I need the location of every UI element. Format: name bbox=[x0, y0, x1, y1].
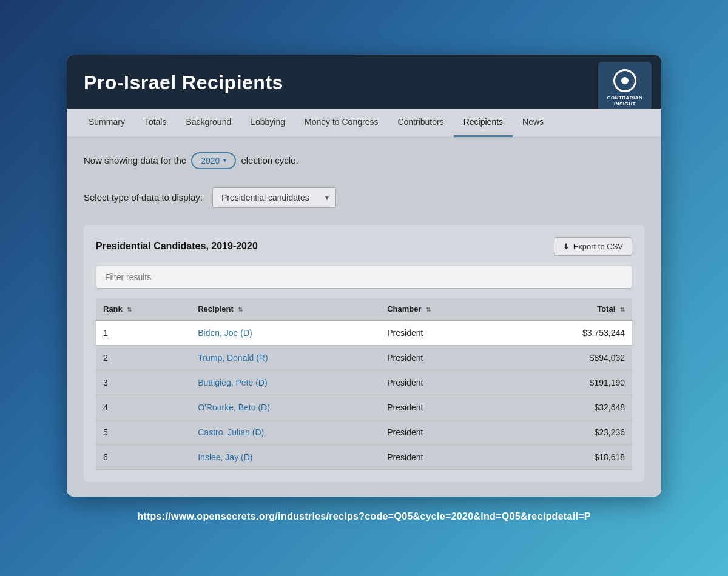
card-header: Pro-Israel Recipients CONTRARIANINSIGHT bbox=[67, 55, 661, 109]
cycle-row: Now showing data for the 2020 ▾ election… bbox=[84, 152, 644, 169]
nav-item-news[interactable]: News bbox=[513, 109, 553, 137]
nav-bar: Summary Totals Background Lobbying Money… bbox=[67, 109, 661, 138]
total-cell: $18,618 bbox=[507, 444, 632, 469]
recipients-table: Rank ⇅ Recipient ⇅ Chamber ⇅ Total bbox=[96, 298, 632, 470]
logo-inner-dot bbox=[621, 77, 629, 84]
recipient-cell[interactable]: O'Rourke, Beto (D) bbox=[190, 395, 380, 420]
table-body: 1 Biden, Joe (D) President $3,753,244 2 … bbox=[96, 320, 632, 470]
data-type-select-wrapper: Presidential candidates Senate candidate… bbox=[212, 187, 336, 208]
nav-items: Summary Totals Background Lobbying Money… bbox=[79, 109, 649, 137]
chamber-cell: President bbox=[380, 420, 507, 444]
cycle-prefix: Now showing data for the bbox=[84, 155, 186, 166]
rank-cell: 2 bbox=[96, 345, 190, 370]
chamber-cell: President bbox=[380, 370, 507, 395]
sort-rank-icon: ⇅ bbox=[127, 306, 132, 313]
chamber-cell: President bbox=[380, 444, 507, 469]
nav-item-summary[interactable]: Summary bbox=[79, 109, 135, 137]
table-row: 5 Castro, Julian (D) President $23,236 bbox=[96, 420, 632, 444]
nav-item-lobbying[interactable]: Lobbying bbox=[241, 109, 295, 137]
col-total[interactable]: Total ⇅ bbox=[507, 298, 632, 320]
recipient-cell[interactable]: Buttigieg, Pete (D) bbox=[190, 370, 380, 395]
url-display: https://www.opensecrets.org/industries/r… bbox=[137, 511, 591, 522]
total-cell: $3,753,244 bbox=[507, 320, 632, 346]
col-chamber[interactable]: Chamber ⇅ bbox=[380, 298, 507, 320]
content-area: Now showing data for the 2020 ▾ election… bbox=[67, 138, 661, 497]
logo-box: CONTRARIANINSIGHT bbox=[598, 62, 652, 115]
rank-cell: 3 bbox=[96, 370, 190, 395]
page-title: Pro-Israel Recipients bbox=[84, 72, 644, 94]
logo-circle-icon bbox=[613, 69, 636, 92]
sort-total-icon: ⇅ bbox=[620, 306, 625, 313]
rank-cell: 6 bbox=[96, 444, 190, 469]
table-head: Rank ⇅ Recipient ⇅ Chamber ⇅ Total bbox=[96, 298, 632, 320]
cycle-suffix: election cycle. bbox=[241, 155, 298, 166]
main-card: Pro-Israel Recipients CONTRARIANINSIGHT … bbox=[67, 55, 661, 497]
table-row: 1 Biden, Joe (D) President $3,753,244 bbox=[96, 320, 632, 346]
download-icon: ⬇ bbox=[563, 242, 570, 251]
data-type-label: Select type of data to display: bbox=[84, 192, 203, 203]
chevron-down-icon: ▾ bbox=[223, 157, 226, 164]
total-cell: $23,236 bbox=[507, 420, 632, 444]
logo-text: CONTRARIANINSIGHT bbox=[607, 95, 643, 108]
col-recipient[interactable]: Recipient ⇅ bbox=[190, 298, 380, 320]
nav-item-money-to-congress[interactable]: Money to Congress bbox=[295, 109, 388, 137]
cycle-value: 2020 bbox=[201, 156, 220, 166]
data-type-row: Select type of data to display: Presiden… bbox=[84, 187, 644, 208]
data-type-select[interactable]: Presidential candidates Senate candidate… bbox=[212, 187, 336, 208]
total-cell: $191,190 bbox=[507, 370, 632, 395]
cycle-selector[interactable]: 2020 ▾ bbox=[191, 152, 236, 169]
sort-recipient-icon: ⇅ bbox=[238, 306, 243, 313]
table-row: 2 Trump, Donald (R) President $894,032 bbox=[96, 345, 632, 370]
nav-item-background[interactable]: Background bbox=[176, 109, 241, 137]
rank-cell: 1 bbox=[96, 320, 190, 346]
filter-input[interactable] bbox=[96, 266, 632, 289]
rank-cell: 4 bbox=[96, 395, 190, 420]
recipient-cell[interactable]: Trump, Donald (R) bbox=[190, 345, 380, 370]
export-csv-button[interactable]: ⬇ Export to CSV bbox=[554, 237, 632, 256]
sort-chamber-icon: ⇅ bbox=[426, 306, 431, 313]
table-title: Presidential Candidates, 2019-2020 bbox=[96, 241, 258, 252]
export-label: Export to CSV bbox=[573, 242, 623, 251]
table-section: Presidential Candidates, 2019-2020 ⬇ Exp… bbox=[84, 225, 644, 482]
chamber-cell: President bbox=[380, 395, 507, 420]
nav-item-totals[interactable]: Totals bbox=[135, 109, 177, 137]
recipient-cell[interactable]: Biden, Joe (D) bbox=[190, 320, 380, 346]
chamber-cell: President bbox=[380, 345, 507, 370]
url-text: https://www.opensecrets.org/industries/r… bbox=[137, 511, 591, 521]
nav-item-recipients[interactable]: Recipients bbox=[454, 109, 513, 137]
table-row: 6 Inslee, Jay (D) President $18,618 bbox=[96, 444, 632, 469]
total-cell: $894,032 bbox=[507, 345, 632, 370]
total-cell: $32,648 bbox=[507, 395, 632, 420]
recipient-cell[interactable]: Inslee, Jay (D) bbox=[190, 444, 380, 469]
nav-item-contributors[interactable]: Contributors bbox=[388, 109, 453, 137]
col-rank[interactable]: Rank ⇅ bbox=[96, 298, 190, 320]
recipient-cell[interactable]: Castro, Julian (D) bbox=[190, 420, 380, 444]
chamber-cell: President bbox=[380, 320, 507, 346]
table-header-row: Presidential Candidates, 2019-2020 ⬇ Exp… bbox=[96, 237, 632, 256]
table-row: 3 Buttigieg, Pete (D) President $191,190 bbox=[96, 370, 632, 395]
rank-cell: 5 bbox=[96, 420, 190, 444]
table-row: 4 O'Rourke, Beto (D) President $32,648 bbox=[96, 395, 632, 420]
